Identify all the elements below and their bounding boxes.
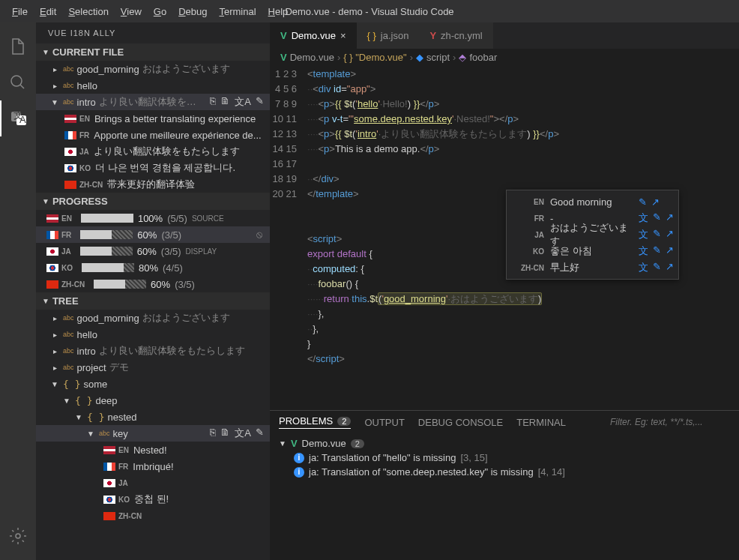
translate-icon[interactable]: 文A [235,95,251,109]
info-icon: i [294,453,304,463]
copy-icon[interactable]: ⎘ [210,427,216,440]
tree-key-row[interactable]: ▸abcgood_morning おはようございます [36,310,270,326]
code-editor[interactable]: 1 2 3 4 5 6 7 8 9 10 11 12 13 14 15 16 1… [270,65,739,410]
goto-icon[interactable]: ↗ [666,228,674,241]
menu-edit[interactable]: Edit [34,3,62,20]
svg-text:A: A [19,114,26,125]
key-row[interactable]: ▸abcgood_morning おはようございます [36,61,270,77]
tree-leaf-key[interactable]: ▼abckey⎘🗎文A✎ [36,425,270,442]
explorer-icon[interactable] [0,28,36,64]
menu-debug[interactable]: Debug [172,3,213,20]
progress-row[interactable]: EN100%(5/5)SOURCE [36,210,270,226]
goto-icon[interactable]: 🗎 [220,427,230,440]
tree-key-row[interactable]: ▸abcproject デモ [36,359,270,376]
editor-area: VDemo.vue× { }ja.json Yzh-cn.yml VDemo.v… [270,22,739,560]
goto-icon[interactable]: ↗ [651,196,660,208]
progress-row[interactable]: ZH-CN60%(3/5) [36,276,270,292]
problems-file-row[interactable]: ▼VDemo.vue2 [279,436,730,451]
i18n-ally-icon[interactable]: 文A [0,100,36,136]
translation-row[interactable]: KO더 나은 번역 경험을 제공합니다. [36,160,270,176]
tree-key-row[interactable]: ▸abcintro より良い翻訳体験をもたらします [36,343,270,359]
translation-tooltip: ENGood morning✎↗FR-文✎↗JAおはようございます文✎↗KO좋은… [506,190,679,280]
edit-icon[interactable]: ✎ [639,196,647,208]
key-row[interactable]: ▼abcintro より良い翻訳体験を…⎘🗎文A✎ [36,94,270,110]
activity-bar: 文A [0,22,36,560]
goto-icon[interactable]: ↗ [666,261,674,274]
tab-zh-cn-yml[interactable]: Yzh-cn.yml [419,22,492,49]
translate-icon[interactable]: 文A [235,427,251,440]
problems-list: ▼VDemo.vue2 ija: Translation of "hello" … [270,433,739,560]
problems-filter-input[interactable] [610,417,730,427]
edit-icon[interactable]: ✎ [653,228,661,241]
goto-icon[interactable]: 🗎 [220,95,230,109]
search-icon[interactable] [0,64,36,100]
menu-selection[interactable]: Selection [62,3,114,20]
copy-icon[interactable]: ⎘ [210,95,216,109]
section-current-file[interactable]: ▼CURRENT FILE [36,43,270,61]
translation-row[interactable]: ENBrings a better translating experience [36,110,270,127]
sidebar-title: VUE I18N ALLY [36,22,270,43]
sidebar: VUE I18N ALLY ▼CURRENT FILE ▸abcgood_mor… [36,22,270,560]
translate-icon[interactable]: 文 [639,228,648,241]
info-icon: i [294,467,304,478]
tooltip-row: KO좋은 아침文✎↗ [511,243,674,259]
panel-tab-terminal[interactable]: TERMINAL [516,417,566,428]
menu-bar: File Edit Selection View Go Debug Termin… [0,3,294,20]
tree-node[interactable]: ▼{ }deep [36,392,270,409]
menu-go[interactable]: Go [148,3,172,20]
progress-row[interactable]: JA60%(3/5)DISPLAY [36,243,270,259]
goto-icon[interactable]: ↗ [666,211,674,225]
settings-gear-icon[interactable] [0,518,36,554]
edit-icon[interactable]: ✎ [653,211,661,225]
tree-key-row[interactable]: ▸abchello [36,326,270,343]
window-title: Demo.vue - demo - Visual Studio Code [285,6,453,17]
translation-row[interactable]: ZH-CN带来更好的翻译体验 [36,176,270,193]
title-bar: File Edit Selection View Go Debug Termin… [0,0,739,22]
tree-node[interactable]: ▼{ }nested [36,409,270,425]
translation-row[interactable]: KO중첩 된! [36,491,270,508]
bottom-panel: PROBLEMS2 OUTPUT DEBUG CONSOLE TERMINAL … [270,410,739,560]
translate-icon[interactable]: 文 [639,211,648,225]
problem-item[interactable]: ija: Translation of "hello" is missing [… [279,451,730,465]
tooltip-row: JAおはようございます文✎↗ [511,226,674,243]
translate-icon[interactable]: 文 [639,244,648,258]
svg-point-5 [16,534,20,538]
tab-demo-vue[interactable]: VDemo.vue× [270,22,357,49]
visibility-off-icon[interactable]: ⦸ [256,229,262,241]
edit-icon[interactable]: ✎ [256,427,264,440]
translation-row[interactable]: FRApporte une meilleure expérience de... [36,127,270,143]
goto-icon[interactable]: ↗ [666,244,674,258]
tab-ja-json[interactable]: { }ja.json [357,22,420,49]
menu-view[interactable]: View [115,3,148,20]
panel-tabs: PROBLEMS2 OUTPUT DEBUG CONSOLE TERMINAL [270,411,739,433]
translation-row[interactable]: JAより良い翻訳体験をもたらします [36,143,270,160]
translation-row[interactable]: FRImbriqué! [36,458,270,475]
edit-icon[interactable]: ✎ [256,95,264,109]
breadcrumb[interactable]: VDemo.vue› { } "Demo.vue"› ◆script› ⬘foo… [270,49,739,65]
key-row[interactable]: ▸abchello [36,77,270,94]
tooltip-row: ENGood morning✎↗ [511,193,674,210]
progress-row[interactable]: KO80%(4/5) [36,259,270,276]
menu-terminal[interactable]: Terminal [213,3,262,20]
editor-tabs: VDemo.vue× { }ja.json Yzh-cn.yml [270,22,739,49]
panel-tab-output[interactable]: OUTPUT [364,417,404,428]
translate-icon[interactable]: 文 [639,261,648,274]
problem-item[interactable]: ija: Translation of "some.deep.nested.ke… [279,465,730,479]
tooltip-row: ZH-CN早上好文✎↗ [511,259,674,276]
panel-tab-debug[interactable]: DEBUG CONSOLE [418,417,503,428]
svg-point-0 [11,76,22,86]
panel-tab-problems[interactable]: PROBLEMS2 [279,415,351,429]
translation-row[interactable]: ENNested! [36,442,270,458]
translation-row[interactable]: JA [36,475,270,491]
section-progress[interactable]: ▼PROGRESS [36,193,270,210]
progress-row[interactable]: FR60%(3/5)⦸ [36,226,270,243]
edit-icon[interactable]: ✎ [653,244,661,258]
edit-icon[interactable]: ✎ [653,261,661,274]
section-tree[interactable]: ▼TREE [36,292,270,310]
translation-row[interactable]: ZH-CN [36,508,270,524]
menu-file[interactable]: File [6,3,34,20]
line-gutter: 1 2 3 4 5 6 7 8 9 10 11 12 13 14 15 16 1… [270,65,307,410]
tree-node[interactable]: ▼{ }some [36,376,270,392]
close-icon[interactable]: × [340,30,346,41]
